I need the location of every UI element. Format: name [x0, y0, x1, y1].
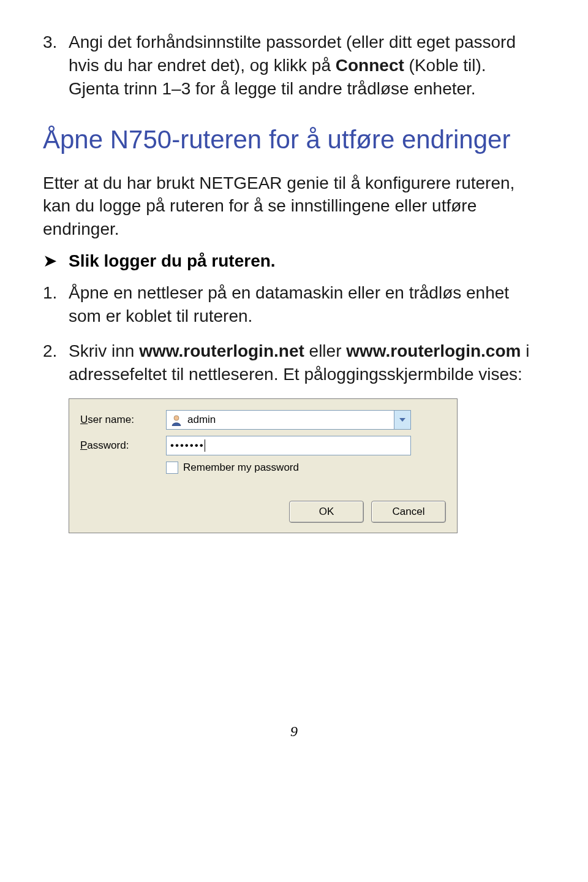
step-1-body: Åpne en nettleser på en datamaskin eller… [69, 281, 534, 328]
remember-label-rest: emember my password [190, 462, 299, 473]
login-dialog: User name: admin Password: ••••••• [69, 398, 458, 533]
user-icon [170, 414, 183, 426]
username-value: admin [187, 414, 216, 426]
step2-text-b: eller [304, 341, 346, 360]
step2-text-a: Skriv inn [69, 341, 139, 360]
password-label: Password: [80, 439, 166, 452]
svg-point-0 [174, 416, 179, 420]
dialog-buttons: OK Cancel [80, 501, 446, 523]
step3-connect-bold: Connect [336, 56, 404, 75]
password-field[interactable]: ••••••• [166, 436, 411, 455]
password-accel: P [80, 439, 87, 451]
bullet-text: Slik logger du på ruteren. [69, 249, 534, 273]
remember-accel: R [183, 462, 190, 473]
step-3-number: 3. [43, 31, 69, 54]
remember-checkbox[interactable] [166, 462, 178, 474]
step-3-body: Angi det forhåndsinnstilte passordet (el… [69, 31, 534, 100]
ok-button[interactable]: OK [289, 501, 364, 523]
step-2-number: 2. [43, 340, 69, 363]
dropdown-button[interactable] [394, 411, 410, 429]
intro-paragraph: Etter at du har brukt NETGEAR genie til … [43, 172, 545, 241]
username-accel: U [80, 414, 88, 425]
password-row: Password: ••••••• [80, 436, 446, 455]
username-field[interactable]: admin [166, 410, 411, 430]
username-row: User name: admin [80, 410, 446, 430]
step-2: 2.Skriv inn www.routerlogin.net eller ww… [43, 340, 545, 386]
step-1-number: 1. [43, 281, 69, 305]
remember-row: Remember my password [166, 462, 446, 474]
step-3: 3.Angi det forhåndsinnstilte passordet (… [43, 31, 545, 100]
password-value: ••••••• [170, 439, 205, 452]
section-heading: Åpne N750-ruteren for å utføre endringer [43, 126, 545, 154]
bullet-arrow-icon: ➤ [43, 249, 69, 273]
step2-url-2: www.routerlogin.com [346, 341, 521, 360]
step-1: 1.Åpne en nettleser på en datamaskin ell… [43, 281, 545, 328]
page-number: 9 [43, 723, 545, 740]
procedure-bullet: ➤Slik logger du på ruteren. [43, 249, 545, 273]
step2-url-1: www.routerlogin.net [139, 341, 304, 360]
cancel-button[interactable]: Cancel [371, 501, 446, 523]
username-label: User name: [80, 414, 166, 426]
step-2-body: Skriv inn www.routerlogin.net eller www.… [69, 340, 534, 386]
text-caret [205, 439, 205, 452]
password-label-rest: assword: [87, 439, 129, 451]
username-label-rest: ser name: [88, 414, 134, 425]
remember-label: Remember my password [183, 462, 299, 474]
